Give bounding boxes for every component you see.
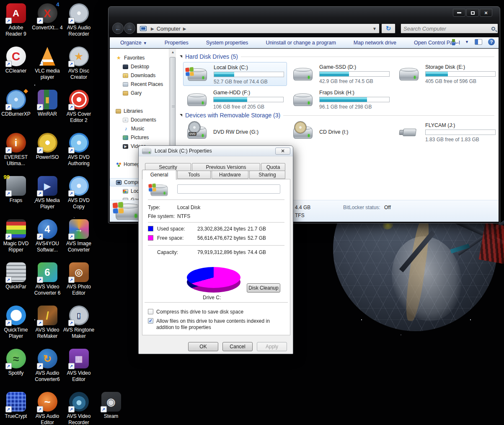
toolbar-properties[interactable]: Properties <box>165 40 189 46</box>
cancel-button[interactable]: Cancel <box>222 342 253 351</box>
truecrypt-icon: ↗ <box>6 392 26 412</box>
dialog-close-button[interactable]: ✕ <box>275 148 290 155</box>
desktop-icon-avs-video-editor[interactable]: ▦↗AVS Video Editor <box>63 349 95 383</box>
toolbar-uninstall-or-change-a-program[interactable]: Uninstall or change a program <box>266 40 336 46</box>
group-header[interactable]: Hard Disk Drives (5) <box>180 53 494 60</box>
views-dropdown-icon[interactable]: ▼ <box>465 40 469 44</box>
apply-button[interactable]: Apply <box>257 342 287 351</box>
breadcrumb[interactable]: Computer <box>157 26 181 32</box>
desktop-icon-steam[interactable]: ◉↗Steam <box>95 392 127 420</box>
scroll-up-icon[interactable]: ▲ <box>169 49 176 56</box>
sidebar-item-music[interactable]: ♪Music <box>110 124 144 133</box>
sidebar-item-downloads[interactable]: ↓Downloads <box>110 71 155 80</box>
drive-name: DVD RW Drive (G:) <box>213 129 258 135</box>
desktop-icon-magic-dvd-ripper[interactable]: ↗Magic DVD Ripper <box>0 219 32 253</box>
drive-tile-storage-disk-e-[interactable]: Storage Disk (E:)405 GB free of 596 GB <box>395 62 499 86</box>
sidebar-item-gary[interactable]: Gary <box>110 89 142 97</box>
desktop-icon-avs-ringtone-maker[interactable]: ▯↗AVS Ringtone Maker <box>63 306 95 339</box>
desktop-icon-avs4you-software[interactable]: 4↗AVS4YOU Softwar... <box>31 219 63 253</box>
tab-previous-versions[interactable]: Previous Versions <box>192 163 260 171</box>
drive-tile-local-disk-c-[interactable]: Local Disk (C:)52.7 GB free of 74.4 GB <box>183 62 287 86</box>
tab-sharing[interactable]: Sharing <box>249 171 285 179</box>
volume-label-input[interactable] <box>177 184 280 194</box>
desktop-icon-spotify[interactable]: ≈↗Spotify <box>0 349 32 376</box>
back-button[interactable]: ← <box>112 23 124 34</box>
desktop-icon-avs-image-converter[interactable]: →↗AVS Image Converter <box>63 219 95 253</box>
desktop-icon-avs-dvd-copy[interactable]: ↗AVS DVD Copy <box>63 176 95 210</box>
sidebar-item-desktop[interactable]: Desktop <box>110 62 149 71</box>
tab-general[interactable]: General <box>142 170 176 180</box>
desktop-icon-avs-video-recorder[interactable]: ↗AVS Video Recorder <box>63 392 95 425</box>
desktop-icon-fraps[interactable]: 99↗Fraps <box>0 176 32 204</box>
desktop-icon-avs-audio-editor[interactable]: ~↗AVS Audio Editor <box>31 392 63 425</box>
desktop-icon-everest-ultimate[interactable]: i↗EVEREST Ultima... <box>0 133 32 167</box>
shortcut-arrow-icon: ↗ <box>68 406 75 412</box>
desktop-icon-adobe-reader-9[interactable]: A↗Adobe Reader 9 <box>0 3 32 37</box>
address-dropdown-icon[interactable]: ▼ <box>372 26 377 31</box>
desktop-icon-vlc-media-player[interactable]: ↗VLC media player <box>31 47 63 80</box>
disk-cleanup-button[interactable]: Disk Cleanup <box>247 283 280 293</box>
toolbar-system-properties[interactable]: System properties <box>206 40 248 46</box>
desktop-icon-avs-photo-editor[interactable]: ◎↗AVS Photo Editor <box>63 262 95 296</box>
sidebar-item-favorites[interactable]: ★Favorites <box>110 54 145 62</box>
details-size-fragment: 4.4 GB <box>295 205 310 210</box>
desktop-icon-ccleaner[interactable]: C↗CCleaner <box>0 47 32 74</box>
drive-tile-fraps-disk-h-[interactable]: Fraps Disk (H:)96.1 GB free of 298 GB <box>289 88 393 111</box>
sidebar-icon <box>123 91 128 96</box>
drive-tile-game-ssd-d-[interactable]: Game-SSD (D:)42.9 GB free of 74.5 GB <box>289 62 393 86</box>
desktop-icon-avs-audio-recorder[interactable]: ↗AVS Audio Recorder <box>63 3 95 37</box>
fraps-icon: 99↗ <box>6 176 26 196</box>
drive-tile-dvd-rw-drive-g-[interactable]: DVDDVD RW Drive (G:) <box>183 120 287 144</box>
group-header[interactable]: Devices with Removable Storage (3) <box>180 112 494 119</box>
tab-quota[interactable]: Quota <box>261 163 285 171</box>
desktop-icon-avs-disc-creator[interactable]: ★↗AVS Disc Creator <box>63 47 95 80</box>
drive-tile-game-hdd-f-[interactable]: Game-HDD (F:)106 GB free of 205 GB <box>183 88 287 111</box>
desktop-icon-quickpar[interactable]: ↗QuickPar <box>0 262 32 290</box>
breadcrumb-arrow-icon[interactable]: ▶ <box>183 26 186 31</box>
dialog-titlebar[interactable]: Local Disk (C:) Properties <box>139 146 293 156</box>
scrollbar-thumb[interactable] <box>170 57 176 155</box>
drive-tile-cd-drive-i-[interactable]: CD Drive (I:) <box>289 120 393 144</box>
search-input[interactable]: Search Computer <box>401 23 498 34</box>
desktop-icon-avs-audio-converter6[interactable]: ↻↗AVS Audio Converter6 <box>31 349 63 383</box>
free-space-text: 96.1 GB free of 298 GB <box>319 104 372 110</box>
breadcrumb-arrow-icon[interactable]: ▶ <box>151 26 154 31</box>
help-icon[interactable]: ? <box>488 39 495 45</box>
desktop-icon-truecrypt[interactable]: ↗TrueCrypt <box>0 392 32 420</box>
refresh-button[interactable]: ↻ <box>381 23 395 34</box>
sidebar-item-recent-places[interactable]: Recent Places <box>110 80 163 88</box>
tab-tools[interactable]: Tools <box>177 171 211 179</box>
sidebar-item-pictures[interactable]: Pictures <box>110 133 149 142</box>
desktop-icon-avs-dvd-authoring[interactable]: ↗AVS DVD Authoring <box>63 133 95 167</box>
forward-button[interactable]: → <box>124 23 135 34</box>
close-button[interactable]: × <box>480 9 492 17</box>
toolbar-map-network-drive[interactable]: Map network drive <box>354 40 396 46</box>
sidebar-item-documents[interactable]: ≡Documents <box>110 116 156 124</box>
address-bar[interactable]: ▶ Computer ▶ ▼ <box>137 23 380 34</box>
desktop-icon-avs-cover-editor-2[interactable]: ↗AVS Cover Editor 2 <box>63 90 95 124</box>
desktop-icon-poweriso[interactable]: ↗PowerISO <box>31 133 63 161</box>
preview-pane-icon[interactable] <box>475 39 482 45</box>
views-icon[interactable] <box>452 39 459 45</box>
toolbar-organize[interactable]: Organize▼ <box>120 40 147 46</box>
sidebar-item-libraries[interactable]: Libraries <box>110 107 143 115</box>
desktop-icon-avs-video-converter-6[interactable]: 6↗AVS Video Converter 6 <box>31 262 63 296</box>
tab-hardware[interactable]: Hardware <box>212 171 248 179</box>
desktop-icon-cdburnerxp[interactable]: ◆↗CDBurnerXP <box>0 90 32 117</box>
minimize-button[interactable] <box>453 9 465 17</box>
desktop-icon-avs-video-remaker[interactable]: /↗AVS Video ReMaker <box>31 306 63 339</box>
search-icon[interactable] <box>491 27 495 31</box>
desktop-icon-quicktime-player[interactable]: ↗QuickTime Player <box>0 306 32 339</box>
desktop-icon-avs-media-player[interactable]: ▶↗AVS Media Player <box>31 176 63 210</box>
maximize-button[interactable] <box>466 9 479 17</box>
type-value: Local Disk <box>177 205 200 210</box>
ok-button[interactable]: OK <box>188 342 218 351</box>
desktop-icon-label: AVS Media Player <box>31 197 63 210</box>
desktop-icon-convertxtodvd-4[interactable]: X4↗ConvertXt... 4 <box>31 3 63 31</box>
compress-checkbox[interactable] <box>148 309 153 314</box>
drive-tile-flycam-j-[interactable]: FLYCAM (J:)1.83 GB free of 1.83 GB <box>395 120 499 144</box>
avs-video-converter-6-icon: 6↗ <box>38 262 57 282</box>
desktop-icon-winrar[interactable]: ▮↗WinRAR <box>31 90 63 117</box>
shortcut-arrow-icon: ↗ <box>68 104 75 110</box>
index-checkbox[interactable]: ✓ <box>148 318 153 324</box>
